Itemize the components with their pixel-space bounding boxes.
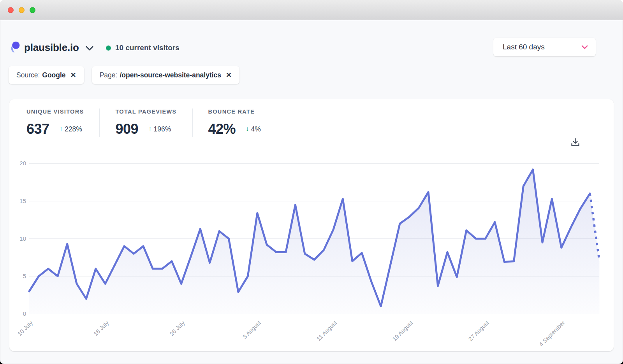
date-range-dropdown[interactable]: Last 60 days — [493, 38, 596, 56]
svg-text:5: 5 — [23, 273, 26, 279]
stat-label: BOUNCE RATE — [208, 108, 261, 115]
svg-text:26 July: 26 July — [168, 319, 186, 337]
site-switcher[interactable]: plausible.io — [11, 40, 93, 55]
active-filters: Source:Google ✕ Page:/open-source-websit… — [9, 66, 239, 84]
svg-text:10: 10 — [19, 235, 26, 242]
stat-bounce-rate[interactable]: BOUNCE RATE 42% ↓ 4% — [208, 108, 276, 137]
svg-text:0: 0 — [23, 310, 26, 317]
minimize-window-button[interactable] — [19, 7, 25, 13]
remove-filter-icon[interactable]: ✕ — [226, 72, 232, 79]
download-icon — [570, 137, 581, 148]
svg-text:20: 20 — [19, 160, 26, 166]
filter-value: /open-source-website-analytics — [120, 71, 221, 79]
arrow-up-icon: ↑ — [60, 125, 63, 133]
stat-change-value: 196% — [154, 125, 171, 133]
date-range-label: Last 60 days — [503, 43, 545, 51]
window-controls — [8, 7, 35, 13]
svg-text:4 September: 4 September — [538, 319, 566, 348]
filter-prefix: Page: — [100, 71, 118, 79]
current-visitors-label: 10 current visitors — [115, 44, 180, 52]
analytics-card: UNIQUE VISITORS 637 ↑ 228% TOTAL PAGEVIE… — [9, 99, 614, 351]
stat-value: 42% — [208, 121, 236, 137]
remove-filter-icon[interactable]: ✕ — [70, 72, 76, 79]
svg-text:15: 15 — [19, 198, 26, 204]
current-visitors[interactable]: 10 current visitors — [106, 43, 180, 52]
export-button[interactable] — [569, 136, 581, 148]
arrow-up-icon: ↑ — [148, 125, 152, 133]
svg-text:19 August: 19 August — [391, 319, 414, 343]
svg-text:18 July: 18 July — [92, 319, 110, 337]
svg-text:3 August: 3 August — [241, 319, 262, 340]
plausible-logo-icon — [11, 41, 20, 54]
stat-value: 637 — [26, 121, 49, 137]
stat-change-value: 4% — [251, 125, 261, 133]
arrow-down-icon: ↓ — [246, 125, 249, 133]
close-window-button[interactable] — [8, 7, 14, 13]
filter-value: Google — [42, 71, 65, 79]
zoom-window-button[interactable] — [30, 7, 35, 13]
window-titlebar — [0, 0, 623, 20]
visitors-chart-canvas[interactable]: 0510152010 July18 July26 July3 August11 … — [9, 150, 614, 350]
filter-pill-source[interactable]: Source:Google ✕ — [9, 66, 84, 84]
top-stats: UNIQUE VISITORS 637 ↑ 228% TOTAL PAGEVIE… — [26, 108, 292, 137]
svg-text:11 August: 11 August — [315, 319, 338, 342]
chevron-down-icon — [86, 46, 93, 51]
stat-unique-visitors[interactable]: UNIQUE VISITORS 637 ↑ 228% — [26, 108, 100, 137]
stat-change: ↓ 4% — [246, 125, 261, 133]
svg-text:10 July: 10 July — [16, 319, 34, 337]
stat-total-pageviews[interactable]: TOTAL PAGEVIEWS 909 ↑ 196% — [115, 108, 192, 137]
dashboard: plausible.io 10 current visitors Last 60… — [0, 20, 623, 364]
stat-change-value: 228% — [65, 125, 82, 133]
visitors-chart: 0510152010 July18 July26 July3 August11 … — [9, 150, 614, 350]
stat-change: ↑ 228% — [60, 125, 82, 133]
chevron-down-icon — [581, 45, 588, 49]
filter-prefix: Source: — [16, 71, 40, 79]
live-dot-icon — [106, 46, 111, 51]
stat-label: TOTAL PAGEVIEWS — [115, 108, 176, 115]
app-window: plausible.io 10 current visitors Last 60… — [0, 0, 623, 364]
stat-label: UNIQUE VISITORS — [26, 108, 84, 115]
svg-text:27 August: 27 August — [467, 319, 490, 343]
site-name: plausible.io — [24, 42, 79, 54]
stat-value: 909 — [115, 121, 138, 137]
filter-pill-page[interactable]: Page:/open-source-website-analytics ✕ — [92, 66, 239, 84]
stat-change: ↑ 196% — [148, 125, 171, 133]
